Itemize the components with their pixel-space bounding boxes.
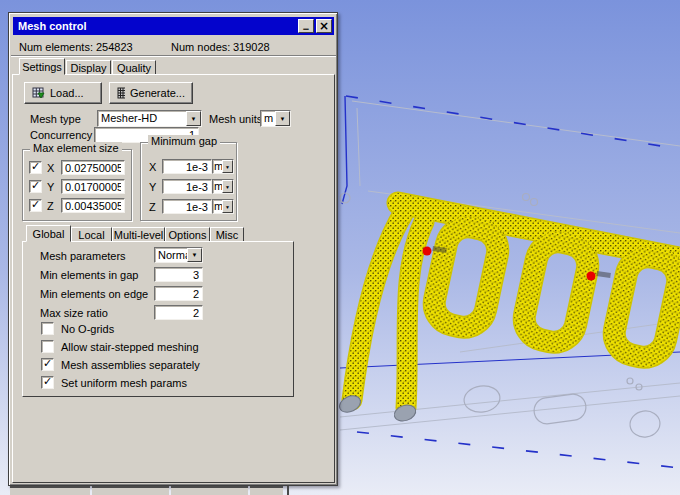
close-icon[interactable]: × — [316, 19, 332, 33]
min-elements-in-gap-input[interactable] — [154, 267, 203, 282]
minimum-gap-legend: Minimum gap — [148, 135, 220, 147]
max-element-size-group: Max element size ✓ X ✓ Y ✓ Z — [22, 149, 132, 221]
uniform-mesh-params-checkbox[interactable]: ✓ — [41, 376, 54, 389]
mesh-assemblies-checkbox[interactable]: ✓ — [41, 358, 54, 371]
axis-label: Y — [47, 181, 54, 193]
chevron-down-icon[interactable]: ▼ — [222, 200, 233, 213]
mesh-type-dropdown[interactable]: Mesher-HD ▼ — [97, 110, 202, 127]
load-icon — [32, 87, 45, 99]
num-nodes-label: Num nodes: — [171, 41, 230, 53]
mesh-type-value: Mesher-HD — [98, 111, 186, 126]
min-gap-y-unit-dropdown[interactable]: m ▼ — [212, 179, 234, 194]
num-elements-label: Num elements: — [19, 41, 93, 53]
probe-point — [587, 272, 596, 281]
tab-display[interactable]: Display — [66, 60, 111, 75]
axis-label: Y — [149, 181, 156, 193]
minimize-icon[interactable]: ▁ — [298, 19, 314, 33]
axis-label: X — [149, 161, 156, 173]
mesh-parameters-label: Mesh parameters — [40, 250, 126, 262]
mesh-parameters-dropdown[interactable]: Normal ▼ — [154, 247, 203, 263]
subtab-options[interactable]: Options — [165, 227, 210, 242]
divider — [11, 55, 336, 57]
application-window: Mesh control ▁ × Num elements: 254823 Nu… — [0, 0, 680, 495]
mesh-units-value: m — [261, 111, 275, 126]
num-nodes-value: 319028 — [233, 41, 270, 53]
mesh-units-dropdown[interactable]: m ▼ — [260, 110, 291, 127]
max-size-y-checkbox[interactable]: ✓ — [29, 180, 42, 193]
max-size-ratio-input[interactable] — [154, 305, 203, 320]
min-elements-on-edge-label: Min elements on edge — [40, 288, 148, 300]
chevron-down-icon[interactable]: ▼ — [222, 180, 233, 193]
chevron-down-icon[interactable]: ▼ — [186, 111, 201, 126]
mesh-units-label: Mesh units — [209, 113, 262, 125]
axis-label: X — [47, 162, 54, 174]
min-gap-x-input[interactable] — [162, 159, 212, 174]
max-element-size-legend: Max element size — [30, 142, 122, 154]
num-elements-value: 254823 — [96, 41, 133, 53]
no-o-grids-checkbox[interactable] — [41, 322, 54, 335]
min-elements-in-gap-label: Min elements in gap — [40, 269, 138, 281]
dialog-title: Mesh control — [15, 20, 296, 32]
settings-tab-page: Load... Generate... Mesh type Mesher-HD … — [12, 74, 335, 483]
panel-divider — [287, 486, 289, 495]
subtab-misc[interactable]: Misc — [210, 227, 244, 242]
dialog-titlebar[interactable]: Mesh control ▁ × — [13, 17, 334, 35]
min-gap-x-unit-dropdown[interactable]: m ▼ — [212, 159, 234, 174]
axis-label: Z — [47, 200, 54, 212]
mesh-assemblies-label: Mesh assemblies separately — [61, 359, 200, 371]
max-size-z-checkbox[interactable]: ✓ — [29, 199, 42, 212]
max-size-x-checkbox[interactable]: ✓ — [29, 161, 42, 174]
panel-segment — [92, 486, 169, 495]
min-elements-on-edge-input[interactable] — [154, 286, 203, 301]
load-button[interactable]: Load... — [24, 82, 102, 104]
no-o-grids-label: No O-grids — [61, 323, 114, 335]
chevron-down-icon[interactable]: ▼ — [222, 160, 233, 173]
panel-segment — [250, 486, 283, 495]
tab-quality[interactable]: Quality — [112, 60, 156, 75]
max-size-y-input[interactable] — [61, 179, 125, 194]
minimum-gap-group: Minimum gap X m ▼ Y m ▼ Z m ▼ — [140, 142, 237, 221]
uniform-mesh-params-label: Set uniform mesh params — [61, 377, 187, 389]
global-tab-page: Mesh parameters Normal ▼ Min elements in… — [22, 241, 294, 397]
generate-icon — [117, 87, 125, 99]
mesh-parameters-value: Normal — [155, 248, 187, 262]
mesh-type-label: Mesh type — [30, 113, 81, 125]
tab-settings[interactable]: Settings — [19, 58, 65, 75]
probe-point — [423, 247, 432, 256]
panel-segment — [171, 486, 248, 495]
min-gap-z-unit-dropdown[interactable]: m ▼ — [212, 199, 234, 214]
generate-button[interactable]: Generate... — [109, 82, 193, 104]
min-gap-z-input[interactable] — [162, 199, 212, 214]
max-size-z-input[interactable] — [61, 198, 125, 213]
allow-stair-stepped-checkbox[interactable] — [41, 340, 54, 353]
subtab-local[interactable]: Local — [71, 227, 112, 242]
max-size-x-input[interactable] — [61, 160, 125, 175]
subtab-multi-level[interactable]: Multi-level — [112, 227, 165, 242]
chevron-down-icon[interactable]: ▼ — [275, 111, 290, 126]
subtab-global[interactable]: Global — [26, 225, 71, 242]
panel-segment — [10, 486, 90, 495]
axis-label: Z — [149, 201, 156, 213]
bottom-panel-edge — [0, 486, 680, 495]
max-size-ratio-label: Max size ratio — [40, 307, 108, 319]
concurrency-label: Concurrency — [30, 129, 92, 141]
mesh-control-dialog: Mesh control ▁ × Num elements: 254823 Nu… — [8, 12, 338, 486]
allow-stair-stepped-label: Allow stair-stepped meshing — [61, 341, 199, 353]
min-gap-y-input[interactable] — [162, 179, 212, 194]
chevron-down-icon[interactable]: ▼ — [187, 248, 202, 262]
